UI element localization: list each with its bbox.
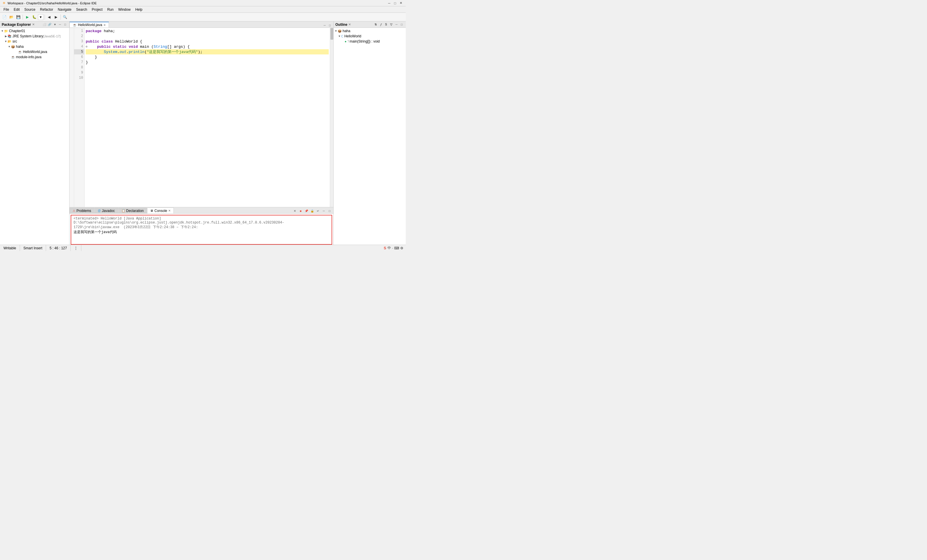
tree-item-haha[interactable]: ▼ 📦 haha	[1, 44, 68, 49]
console-content: <terminated> HelloWorld [Java Applicatio…	[71, 216, 331, 236]
println-method: println	[129, 50, 144, 54]
status-sogou-area: S 中 · ⌨ ⚙	[381, 245, 406, 251]
code-content[interactable]: package haha; public class HelloWorld { …	[85, 28, 330, 207]
menu-help[interactable]: Help	[133, 7, 145, 12]
outline-sort-icon[interactable]: ⇅	[373, 22, 378, 27]
editor-maximize-icon[interactable]: □	[328, 23, 332, 27]
console-icon: 🖥	[150, 209, 153, 212]
src-expand-arrow[interactable]: ▼	[4, 39, 8, 43]
editor-scrollbar-v[interactable]	[330, 28, 333, 207]
outline-helloworld-class[interactable]: ▼ C HelloWorld	[334, 33, 405, 39]
tab-javadoc[interactable]: @ Javadoc	[95, 208, 118, 213]
editor-tab-helloworld[interactable]: ☕ HelloWorld.java ✕	[70, 22, 109, 27]
console-scroll-lock-icon[interactable]: 🔒	[310, 208, 315, 213]
outline-hide-static-icon[interactable]: S	[384, 22, 388, 27]
tree-item-moduleinfo[interactable]: ☕ module-info.java	[1, 55, 68, 60]
maximize-panel-icon[interactable]: □	[63, 22, 67, 27]
console-output-line: 这是我写的第一个java代码	[74, 230, 329, 235]
close-button[interactable]: ✕	[398, 1, 403, 6]
outline-filter-icon[interactable]: ▽	[389, 22, 394, 27]
jre-expand-arrow[interactable]: ▶	[4, 35, 8, 38]
outline-tree[interactable]: ▼ 📦 haha ▼ C HelloWorld ● ? main(String[…	[334, 28, 406, 245]
toolbar-new-button[interactable]: 📄	[1, 14, 8, 20]
indent-6: }	[86, 55, 97, 59]
tab-console[interactable]: 🖥 Console ✕	[147, 208, 174, 213]
tab-declaration[interactable]: 📋 Declaration	[119, 208, 147, 213]
toolbar-run-button[interactable]: ▶	[24, 14, 30, 20]
console-maximize-icon[interactable]: □	[327, 208, 332, 213]
tree-item-jre[interactable]: ▶ 📚 JRE System Library [JavaSE-17]	[1, 33, 68, 39]
tree-item-helloworld[interactable]: ☕ HelloWorld.java	[1, 49, 68, 55]
dot1: .	[117, 50, 120, 54]
tab-problems[interactable]: ⚠ Problems	[70, 208, 94, 213]
writable-label: Writable	[3, 246, 16, 250]
outline-minimize-icon[interactable]: ─	[394, 22, 399, 27]
package-tree[interactable]: ▼ 📁 Chapter01 ▶ 📚 JRE System Library [Ja…	[0, 28, 69, 245]
window-title: Workspace - Chapter01/src/haha/HelloWorl…	[8, 2, 97, 5]
kw-public-4: public	[97, 45, 111, 49]
declaration-label: Declaration	[126, 209, 144, 213]
package-explorer-close-icon[interactable]: ✕	[32, 23, 35, 26]
outline-haha-arrow[interactable]: ▼	[334, 29, 338, 33]
menu-source[interactable]: Source	[22, 7, 38, 12]
view-menu-icon[interactable]: ▾	[52, 22, 57, 27]
bp-3	[70, 39, 74, 44]
bp-7	[70, 60, 74, 65]
status-insert-mode: Smart Insert	[20, 245, 46, 251]
toolbar-forward-button[interactable]: ▶	[53, 14, 59, 20]
line-num-1: 1	[74, 28, 84, 33]
toolbar-debug-button[interactable]: 🐛	[31, 14, 37, 20]
toolbar-open-button[interactable]: 📂	[8, 14, 14, 20]
console-tab-close[interactable]: ✕	[168, 209, 170, 212]
toolbar: 📄 📂 💾 ▶ 🐛 ▼ ◀ ▶ 🔍	[0, 13, 406, 21]
toolbar-run-dropdown[interactable]: ▼	[38, 14, 43, 20]
haha-expand-arrow[interactable]: ▼	[8, 45, 11, 49]
toolbar-back-button[interactable]: ◀	[46, 14, 52, 20]
outline-haha[interactable]: ▼ 📦 haha	[334, 28, 405, 33]
menu-edit[interactable]: Edit	[11, 7, 22, 12]
code-editor[interactable]: 1 2 3 4 5 6 7 8 9 10 package haha;	[70, 28, 333, 207]
helloworld-tab-close[interactable]: ✕	[103, 23, 106, 27]
menu-search[interactable]: Search	[74, 7, 90, 12]
menu-file[interactable]: File	[1, 7, 11, 12]
collapse-all-icon[interactable]: ⬜	[42, 22, 47, 27]
menu-run[interactable]: Run	[105, 7, 116, 12]
minimize-button[interactable]: ─	[387, 1, 392, 6]
editor-minimize-icon[interactable]: ─	[322, 23, 327, 27]
code-line-6: }	[86, 55, 329, 60]
console-pin-icon[interactable]: 📌	[304, 208, 309, 213]
jre-version-label: [JavaSE-17]	[43, 35, 61, 38]
tree-item-chapter01[interactable]: ▼ 📁 Chapter01	[1, 28, 68, 33]
code-line-5: System . out . println ( "这是我写的第一个java代码…	[86, 49, 329, 55]
outline-main-method[interactable]: ● ? main(String[]) : void	[334, 39, 405, 44]
jre-label: JRE System Library	[12, 34, 43, 38]
console-word-wrap-icon[interactable]: ↵	[315, 208, 321, 213]
editor-scroll-thumb[interactable]	[330, 28, 333, 39]
outline-hide-fields-icon[interactable]: 𝑓	[378, 22, 383, 27]
sp4a	[111, 45, 113, 49]
chapter01-expand-arrow[interactable]: ▼	[1, 29, 4, 33]
outline-close-icon[interactable]: ✕	[348, 23, 351, 26]
console-highlight-box: <terminated> HelloWorld [Java Applicatio…	[71, 215, 332, 245]
menu-navigate[interactable]: Navigate	[55, 7, 74, 12]
toolbar-save-button[interactable]: 💾	[15, 14, 21, 20]
console-clear-icon[interactable]: ✕	[292, 208, 298, 213]
console-stop-icon[interactable]: ■	[298, 208, 303, 213]
title-bar-controls[interactable]: ─ □ ✕	[387, 1, 403, 6]
link-with-editor-icon[interactable]: 🔗	[47, 22, 52, 27]
console-minimize-icon[interactable]: ─	[321, 208, 327, 213]
sogou-icon: S	[384, 246, 386, 250]
menu-bar: File Edit Source Refactor Navigate Searc…	[0, 6, 406, 13]
outline-helloworld-arrow[interactable]: ▼	[338, 35, 341, 38]
code-line-10	[86, 75, 329, 80]
outline-maximize-icon[interactable]: □	[399, 22, 404, 27]
menu-refactor[interactable]: Refactor	[38, 7, 55, 12]
minimize-panel-icon[interactable]: ─	[58, 22, 62, 27]
maximize-button[interactable]: □	[392, 1, 398, 6]
toolbar-search-button[interactable]: 🔍	[62, 14, 68, 20]
outline-title: Outline	[335, 23, 347, 27]
menu-window[interactable]: Window	[116, 7, 133, 12]
tree-item-src[interactable]: ▼ 📂 src	[1, 39, 68, 44]
menu-project[interactable]: Project	[90, 7, 105, 12]
bp-9	[70, 70, 74, 75]
